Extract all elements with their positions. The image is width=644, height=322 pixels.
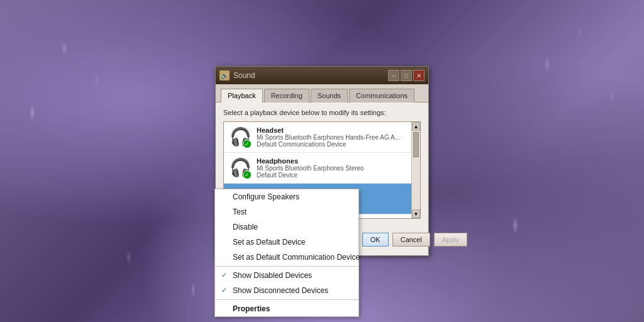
tab-sounds[interactable]: Sounds [311,89,348,103]
context-menu-disable[interactable]: Disable [215,219,358,235]
device-sub2-headphones: Default Device [257,172,415,179]
device-sub1-headphones: Mi Sports Bluetooth Earphones Stereo [257,165,415,172]
context-menu-set-default-comm[interactable]: Set as Default Communication Device [215,250,358,265]
dialog-wrapper: 🔊 Sound ─ □ ✕ Playback Recording Sounds … [215,66,429,256]
scroll-track [412,131,420,209]
dialog-icon: 🔊 [219,70,230,80]
scroll-down-arrow[interactable]: ▼ [412,209,420,218]
device-icon-headset: 🎧 ✓ [229,126,252,148]
close-button[interactable]: ✕ [413,70,425,81]
device-sub2-headset: Default Communications Device [257,141,415,148]
cancel-button[interactable]: Cancel [392,233,430,247]
context-menu-show-disconnected[interactable]: Show Disconnected Devices [215,283,358,298]
device-info-headset: Headset Mi Sports Bluetooth Earphones Ha… [257,126,415,148]
window-controls: ─ □ ✕ [388,70,425,81]
tab-communications[interactable]: Communications [349,89,414,103]
device-item-headset[interactable]: 🎧 ✓ Headset Mi Sports Bluetooth Earphone… [224,122,420,153]
dialog-title: Sound [233,71,384,80]
list-scrollbar[interactable]: ▲ ▼ [411,122,420,218]
device-name-headset: Headset [257,126,415,134]
title-bar: 🔊 Sound ─ □ ✕ [216,67,428,84]
tab-bar: Playback Recording Sounds Communications [216,84,428,103]
scroll-thumb[interactable] [413,132,419,157]
context-menu: Configure Speakers Test Disable Set as D… [214,189,359,317]
context-menu-separator-2 [215,299,358,300]
ok-button[interactable]: OK [362,233,389,247]
device-info-headphones: Headphones Mi Sports Bluetooth Earphones… [257,157,415,179]
device-name-headphones: Headphones [257,157,415,165]
context-menu-show-disabled[interactable]: Show Disabled Devices [215,268,358,283]
maximize-button[interactable]: □ [401,70,412,81]
context-menu-separator-1 [215,266,358,267]
scroll-up-arrow[interactable]: ▲ [412,122,420,131]
context-menu-properties[interactable]: Properties [215,301,358,316]
status-badge-headphones: ✓ [243,170,252,179]
context-menu-set-default-device[interactable]: Set as Default Device [215,235,358,250]
device-icon-headphones: 🎧 ✓ [229,157,252,179]
device-item-headphones[interactable]: 🎧 ✓ Headphones Mi Sports Bluetooth Earph… [224,153,420,184]
footer-right-buttons: OK Cancel Apply [362,233,468,247]
device-sub1-headset: Mi Sports Bluetooth Earphones Hands-Free… [257,134,415,141]
context-menu-configure-speakers[interactable]: Configure Speakers [215,189,358,204]
instruction-text: Select a playback device below to modify… [223,109,421,116]
status-badge-headset: ✓ [243,140,252,148]
tab-recording[interactable]: Recording [264,89,309,103]
apply-button[interactable]: Apply [434,233,468,247]
context-menu-test[interactable]: Test [215,204,358,219]
tab-playback[interactable]: Playback [221,89,263,103]
minimize-button[interactable]: ─ [388,70,399,81]
